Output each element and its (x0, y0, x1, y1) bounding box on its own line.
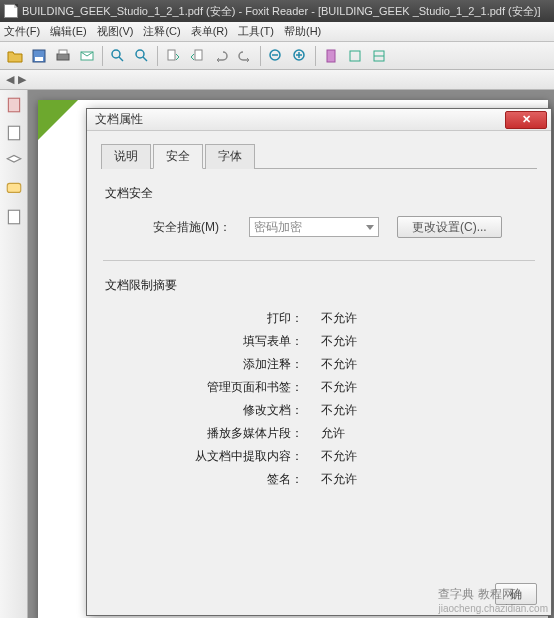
search-advanced-button[interactable] (131, 45, 153, 67)
window-title: BUILDING_GEEK_Studio_1_2_1.pdf (安全) - Fo… (22, 4, 540, 19)
menu-view[interactable]: 视图(V) (97, 24, 134, 39)
menu-bar: 文件(F) 编辑(E) 视图(V) 注释(C) 表单(R) 工具(T) 帮助(H… (0, 22, 554, 42)
tab-security[interactable]: 安全 (153, 144, 203, 169)
restriction-key: 管理页面和书签： (121, 379, 321, 396)
security-method-value: 密码加密 (254, 219, 302, 236)
search-button[interactable] (107, 45, 129, 67)
zoom-out-button[interactable] (265, 45, 287, 67)
svg-rect-16 (327, 50, 335, 62)
toolbar-divider (260, 46, 261, 66)
restriction-key: 修改文档： (121, 402, 321, 419)
security-method-label: 安全措施(M)： (141, 219, 231, 236)
dialog-footer: 确 (101, 575, 537, 605)
dialog-title: 文档属性 (95, 111, 143, 128)
dialog-titlebar[interactable]: 文档属性 ✕ (87, 109, 551, 131)
restriction-value: 不允许 (321, 310, 357, 327)
restriction-key: 播放多媒体片段： (121, 425, 321, 442)
undo-button[interactable] (210, 45, 232, 67)
ok-button[interactable]: 确 (495, 583, 537, 605)
redo-button[interactable] (234, 45, 256, 67)
tab-fonts[interactable]: 字体 (205, 144, 255, 169)
svg-rect-9 (168, 50, 175, 60)
svg-rect-1 (35, 57, 43, 61)
svg-line-8 (143, 57, 147, 61)
prev-page-button[interactable] (162, 45, 184, 67)
save-button[interactable] (28, 45, 50, 67)
restriction-row: 填写表单：不允许 (121, 333, 537, 350)
print-button[interactable] (52, 45, 74, 67)
left-sidebar (0, 90, 28, 618)
restriction-row: 修改文档：不允许 (121, 402, 537, 419)
restrictions-list: 打印：不允许 填写表单：不允许 添加注释：不允许 管理页面和书签：不允许 修改文… (121, 304, 537, 494)
rotate-button[interactable] (320, 45, 342, 67)
toolbar-divider (102, 46, 103, 66)
security-method-select[interactable]: 密码加密 (249, 217, 379, 237)
tab-description[interactable]: 说明 (101, 144, 151, 169)
menu-help[interactable]: 帮助(H) (284, 24, 321, 39)
menu-tools[interactable]: 工具(T) (238, 24, 274, 39)
restriction-key: 从文档中提取内容： (121, 448, 321, 465)
pdf-file-icon (4, 4, 18, 18)
pages-panel-icon[interactable] (5, 124, 23, 142)
menu-comment[interactable]: 注释(C) (143, 24, 180, 39)
svg-line-6 (119, 57, 123, 61)
toolbar-divider (157, 46, 158, 66)
restriction-row: 打印：不允许 (121, 310, 537, 327)
zoom-in-button[interactable] (289, 45, 311, 67)
nav-back-icon[interactable]: ◀ (6, 73, 14, 86)
navigation-bar: ◀ ▶ (0, 70, 554, 90)
open-button[interactable] (4, 45, 26, 67)
svg-rect-2 (57, 54, 69, 60)
window-titlebar: BUILDING_GEEK_Studio_1_2_1.pdf (安全) - Fo… (0, 0, 554, 22)
section-document-security: 文档安全 (105, 185, 537, 202)
restriction-key: 打印： (121, 310, 321, 327)
restriction-value: 不允许 (321, 333, 357, 350)
document-properties-dialog: 文档属性 ✕ 说明 安全 字体 文档安全 安全措施(M)： 密码加密 更改设置(… (86, 108, 552, 616)
restriction-value: 允许 (321, 425, 345, 442)
fit-page-button[interactable] (344, 45, 366, 67)
layers-panel-icon[interactable] (5, 152, 23, 170)
bookmark-panel-icon[interactable] (5, 96, 23, 114)
restriction-row: 从文档中提取内容：不允许 (121, 448, 537, 465)
fit-width-button[interactable] (368, 45, 390, 67)
menu-edit[interactable]: 编辑(E) (50, 24, 87, 39)
nav-forward-icon[interactable]: ▶ (18, 73, 26, 86)
svg-point-7 (136, 50, 144, 58)
restriction-value: 不允许 (321, 448, 357, 465)
section-restrictions: 文档限制摘要 (105, 277, 537, 294)
svg-rect-22 (7, 183, 21, 192)
svg-rect-10 (195, 50, 202, 60)
toolbar-divider (315, 46, 316, 66)
restriction-row: 添加注释：不允许 (121, 356, 537, 373)
svg-rect-17 (350, 51, 360, 61)
svg-rect-23 (8, 210, 19, 224)
restriction-value: 不允许 (321, 402, 357, 419)
email-button[interactable] (76, 45, 98, 67)
close-button[interactable]: ✕ (505, 111, 547, 129)
restriction-key: 签名： (121, 471, 321, 488)
restriction-value: 不允许 (321, 379, 357, 396)
restriction-key: 添加注释： (121, 356, 321, 373)
svg-rect-3 (59, 50, 67, 54)
page-corner-decoration (38, 100, 78, 140)
change-settings-button[interactable]: 更改设置(C)... (397, 216, 502, 238)
menu-file[interactable]: 文件(F) (4, 24, 40, 39)
next-page-button[interactable] (186, 45, 208, 67)
menu-form[interactable]: 表单(R) (191, 24, 228, 39)
svg-point-5 (112, 50, 120, 58)
svg-rect-21 (8, 126, 19, 140)
toolbar (0, 42, 554, 70)
section-divider (103, 260, 535, 261)
dialog-tabs: 说明 安全 字体 (101, 143, 537, 169)
dialog-body: 说明 安全 字体 文档安全 安全措施(M)： 密码加密 更改设置(C)... 文… (87, 131, 551, 615)
restriction-value: 不允许 (321, 356, 357, 373)
comments-panel-icon[interactable] (5, 180, 23, 198)
restriction-row: 管理页面和书签：不允许 (121, 379, 537, 396)
restriction-key: 填写表单： (121, 333, 321, 350)
attachments-panel-icon[interactable] (5, 208, 23, 226)
restriction-row: 签名：不允许 (121, 471, 537, 488)
restriction-row: 播放多媒体片段：允许 (121, 425, 537, 442)
close-icon: ✕ (522, 113, 531, 126)
restriction-value: 不允许 (321, 471, 357, 488)
svg-rect-20 (8, 98, 19, 112)
